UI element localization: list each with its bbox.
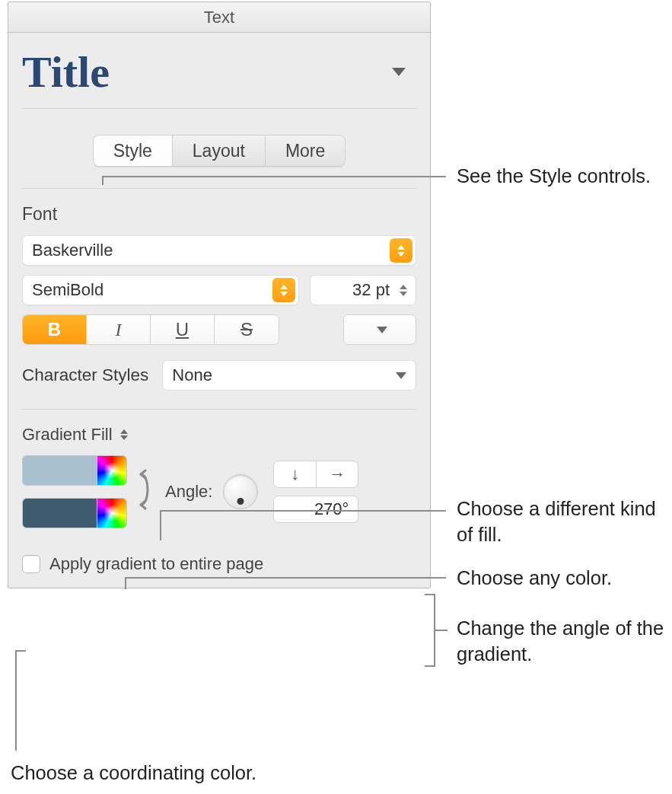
text-inspector-panel: Text Title Style Layout More Font Basker… [8,2,431,588]
tab-style[interactable]: Style [93,135,172,167]
callout-leader [160,510,446,512]
swap-colors-icon[interactable] [133,465,154,518]
callout-coord-color: Choose a coordinating color. [11,760,256,786]
stepper-arrows-icon [396,285,411,296]
callout-leader [15,650,17,751]
font-section-label: Font [22,189,416,235]
character-styles-select[interactable]: None [162,360,416,391]
chevron-down-icon [396,372,406,379]
gradient-color-1-well[interactable] [22,455,97,486]
angle-value-field[interactable]: 270° [273,496,358,523]
callout-any-color: Choose any color. [457,565,612,591]
arrow-down-icon: ↓ [291,464,299,484]
callout-leader [102,176,446,177]
callout-leader [435,630,447,631]
gradient-color-2-well[interactable] [22,498,97,528]
callout-leader [102,176,104,185]
font-size-value: 32 pt [311,280,396,300]
chevron-down-icon [392,68,406,76]
italic-button[interactable]: I [87,315,151,344]
angle-label: Angle: [165,482,212,502]
callout-leader [160,510,161,540]
paragraph-style-dropdown[interactable] [381,60,416,84]
text-style-group: B I U S [22,314,279,345]
fill-type-label: Gradient Fill [22,425,113,445]
font-weight-select[interactable]: SemiBold [22,275,299,305]
gradient-color-1-picker[interactable] [97,455,127,486]
stepper-arrows-icon [390,238,412,263]
font-weight-value: SemiBold [32,280,104,300]
chevron-down-icon [377,327,387,333]
strikethrough-button[interactable]: S [215,315,279,344]
font-family-select[interactable]: Baskerville [22,235,416,266]
stepper-arrows-icon [272,278,295,302]
tab-layout[interactable]: Layout [172,135,265,167]
callout-fill-kind: Choose a different kind of fill. [457,496,672,548]
character-styles-value: None [172,365,212,385]
angle-dial[interactable] [223,474,258,509]
gradient-color-2-picker[interactable] [97,498,127,528]
font-family-value: Baskerville [32,241,113,260]
panel-title: Text [8,2,430,33]
callout-leader [15,650,26,652]
bold-button[interactable]: B [23,315,87,344]
callout-leader [125,577,446,579]
tab-more[interactable]: More [265,135,346,167]
angle-direction-segmented: ↓ → [273,461,358,488]
apply-gradient-page-checkbox[interactable] [22,555,40,573]
fill-type-popup[interactable] [119,429,129,440]
character-styles-label: Character Styles [22,365,148,385]
underline-button[interactable]: U [151,315,215,344]
advanced-options-button[interactable] [343,314,416,345]
angle-down-button[interactable]: ↓ [274,461,317,487]
apply-gradient-page-label: Apply gradient to entire page [49,554,263,574]
angle-right-button[interactable]: → [317,461,358,487]
font-size-stepper[interactable]: 32 pt [310,275,416,305]
paragraph-style-name: Title [22,46,110,97]
tabs-segmented-control: Style Layout More [93,135,346,167]
callout-leader [125,577,126,589]
callout-style-controls: See the Style controls. [457,163,651,189]
arrow-right-icon: → [329,464,346,484]
callout-angle: Change the angle of the gradient. [457,615,672,668]
